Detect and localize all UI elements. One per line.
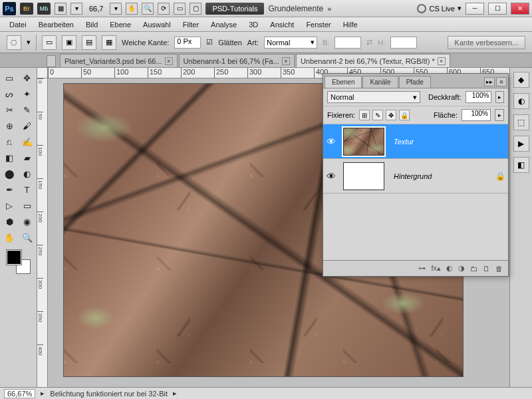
gradient-tool[interactable]: ▰ xyxy=(19,150,35,165)
minibridge-button[interactable]: Mb xyxy=(37,3,51,15)
eraser-tool[interactable]: ◧ xyxy=(1,150,17,165)
adjustment-layer-icon[interactable]: ◑ xyxy=(458,264,465,273)
type-tool[interactable]: T xyxy=(19,182,35,197)
maximize-button[interactable]: ☐ xyxy=(488,3,507,15)
bridge-button[interactable]: Br xyxy=(20,3,33,15)
feather-input[interactable]: 0 Px xyxy=(174,37,201,49)
menu-bearbeiten[interactable]: Bearbeiten xyxy=(33,19,79,30)
layers-panel-icon[interactable]: ◆ xyxy=(513,72,529,88)
hand-icon[interactable]: ✋ xyxy=(126,3,138,15)
selection-intersect-icon[interactable]: ▦ xyxy=(102,35,116,50)
lock-position-icon[interactable]: ✥ xyxy=(386,110,396,120)
foreground-swatch[interactable] xyxy=(7,250,21,265)
panel-menu-icon[interactable]: ≡ xyxy=(496,77,507,86)
close-icon[interactable]: × xyxy=(165,57,173,65)
menu-filter[interactable]: Filter xyxy=(178,19,204,30)
arrange-icon[interactable]: ▭ xyxy=(174,3,186,15)
layer-thumbnail[interactable] xyxy=(343,162,384,190)
blend-mode-select[interactable]: Normal▾ xyxy=(327,91,420,103)
layer-name[interactable]: Hintergrund xyxy=(388,172,492,180)
menu-bild[interactable]: Bild xyxy=(80,19,103,30)
hand-tool[interactable]: ✋ xyxy=(1,230,17,245)
lock-paint-icon[interactable]: ✎ xyxy=(372,110,383,120)
heal-tool[interactable]: ⊕ xyxy=(1,118,17,133)
color-swatches[interactable] xyxy=(7,250,31,274)
ruler-vertical[interactable]: 050100150200250300350400 xyxy=(37,78,48,387)
opacity-input[interactable]: 100% xyxy=(466,91,492,103)
close-icon[interactable]: × xyxy=(438,57,446,65)
rotate-icon[interactable]: ⟳ xyxy=(158,3,170,15)
menu-ansicht[interactable]: Ansicht xyxy=(265,19,299,30)
brand-button[interactable]: PSD-Tutorials xyxy=(205,3,264,15)
brush-tool[interactable]: 🖌 xyxy=(19,118,35,133)
eye-icon[interactable]: 👁 xyxy=(323,136,339,147)
menu-hilfe[interactable]: Hilfe xyxy=(338,19,363,30)
delete-layer-icon[interactable]: 🗑 xyxy=(495,265,503,273)
status-flyout-icon[interactable]: ▸ xyxy=(173,389,177,398)
tab-kanaele[interactable]: Kanäle xyxy=(362,76,398,88)
menu-3d[interactable]: 3D xyxy=(243,19,263,30)
3d-tool[interactable]: ⬢ xyxy=(1,214,17,229)
eye-icon[interactable]: 👁 xyxy=(323,171,339,182)
close-icon[interactable]: × xyxy=(282,57,290,65)
current-tool-icon[interactable]: ◌ xyxy=(7,35,21,50)
panel-collapse-icon[interactable]: ▸▸ xyxy=(484,77,495,86)
menu-analyse[interactable]: Analyse xyxy=(205,19,242,30)
fill-flyout-icon[interactable]: ▸ xyxy=(495,109,504,121)
lasso-tool[interactable]: ᔕ xyxy=(1,86,17,101)
tab-pfade[interactable]: Pfade xyxy=(399,76,431,88)
refine-edge-button[interactable]: Kante verbessern... xyxy=(448,36,525,49)
adjustments-panel-icon[interactable]: ◐ xyxy=(513,93,529,109)
status-flyout-icon[interactable]: ▸ xyxy=(41,389,45,398)
chevron-down-icon[interactable]: ▾ xyxy=(27,38,31,47)
document-tab[interactable]: Unbenannt-1 bei 66,7% (Fa...× xyxy=(179,54,295,67)
marquee-tool[interactable]: ▭ xyxy=(1,70,17,85)
move-tool[interactable]: ✥ xyxy=(19,70,35,85)
pen-tool[interactable]: ✒ xyxy=(1,182,17,197)
document-tab[interactable]: Unbenannt-2 bei 66,7% (Textur, RGB/8) *× xyxy=(296,54,450,67)
screenmode-icon[interactable]: ▢ xyxy=(190,3,201,15)
view-extras-icon[interactable]: ▦ xyxy=(55,3,66,15)
chevron-down-icon[interactable]: ▾ xyxy=(110,3,122,15)
lock-transparency-icon[interactable]: ⊞ xyxy=(359,110,370,120)
layer-fx-icon[interactable]: fx▴ xyxy=(431,264,441,273)
dodge-tool[interactable]: ◐ xyxy=(19,166,35,181)
eyedropper-tool[interactable]: ✎ xyxy=(19,102,35,117)
chevron-down-icon[interactable]: ▾ xyxy=(458,4,462,13)
stamp-tool[interactable]: ⎌ xyxy=(1,134,17,149)
shape-tool[interactable]: ▭ xyxy=(19,198,35,213)
chevron-down-icon[interactable]: ▾ xyxy=(70,3,82,15)
style-select[interactable]: Normal▾ xyxy=(264,37,317,49)
zoom-field[interactable]: 66,67% xyxy=(4,389,35,398)
close-button[interactable]: ✕ xyxy=(511,3,529,15)
layer-thumbnail[interactable] xyxy=(343,128,384,156)
blur-tool[interactable]: ⬤ xyxy=(1,166,17,181)
new-layer-icon[interactable]: 🗋 xyxy=(483,265,490,273)
minimize-button[interactable]: ─ xyxy=(466,3,484,15)
layer-row[interactable]: 👁 Hintergrund 🔒 xyxy=(323,159,508,194)
antialias-checkbox[interactable]: ☑ xyxy=(206,38,213,47)
history-panel-icon[interactable]: ▶ xyxy=(513,136,529,152)
layer-group-icon[interactable]: 🗀 xyxy=(470,265,477,273)
selection-new-icon[interactable]: ▭ xyxy=(42,35,57,50)
zoom-tool[interactable]: 🔍 xyxy=(19,230,35,245)
zoom-icon[interactable]: 🔍 xyxy=(142,3,154,15)
more-chevron-icon[interactable]: » xyxy=(327,5,331,13)
crop-tool[interactable]: ✂ xyxy=(1,102,17,117)
cslive-label[interactable]: CS Live xyxy=(429,5,455,13)
selection-subtract-icon[interactable]: ▤ xyxy=(82,35,96,50)
lock-all-icon[interactable]: 🔒 xyxy=(399,110,410,120)
wand-tool[interactable]: ✦ xyxy=(19,86,35,101)
link-layers-icon[interactable]: ⊶ xyxy=(418,264,426,273)
tab-collapse-icon[interactable] xyxy=(47,55,56,67)
fill-input[interactable]: 100% xyxy=(462,109,491,121)
actions-panel-icon[interactable]: ◧ xyxy=(513,157,529,173)
3d-camera-tool[interactable]: ◉ xyxy=(19,214,35,229)
selection-add-icon[interactable]: ▣ xyxy=(62,35,76,50)
tab-ebenen[interactable]: Ebenen xyxy=(325,76,362,88)
menu-ebene[interactable]: Ebene xyxy=(104,19,136,30)
opacity-flyout-icon[interactable]: ▸ xyxy=(495,91,504,103)
menu-auswahl[interactable]: Auswahl xyxy=(138,19,176,30)
layer-mask-icon[interactable]: ◐ xyxy=(446,264,453,273)
layer-name[interactable]: Textur xyxy=(388,138,508,146)
